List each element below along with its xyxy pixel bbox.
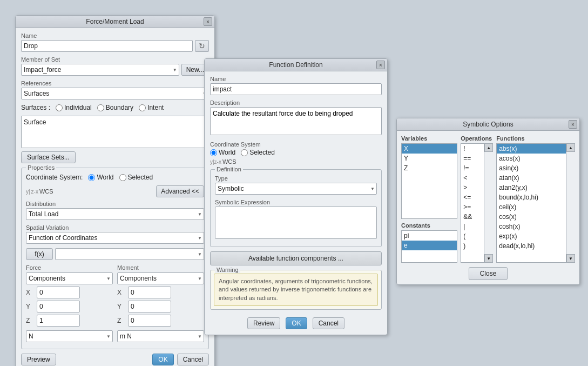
- op-rparen[interactable]: ): [461, 241, 484, 251]
- force-x-input[interactable]: [37, 287, 80, 298]
- definition-label: Definition: [215, 166, 243, 172]
- force-x-label: X: [26, 289, 33, 296]
- member-of-set-select[interactable]: Impact_force: [21, 64, 179, 76]
- func-selected-radio-label[interactable]: Selected: [241, 149, 275, 156]
- force-panel-title: Force/Moment Load: [86, 18, 144, 25]
- func-acos[interactable]: acos(x): [497, 154, 566, 163]
- func-abs[interactable]: abs(x): [497, 144, 566, 154]
- variables-list[interactable]: X Y Z: [401, 143, 457, 219]
- variable-y[interactable]: Y: [402, 154, 457, 163]
- func-name-input[interactable]: impact: [210, 83, 382, 95]
- op-gt[interactable]: >: [461, 183, 484, 192]
- func-ceil[interactable]: ceil(x): [497, 202, 566, 212]
- func-desc-label: Description: [210, 99, 382, 106]
- function-panel-title: Function Definition: [269, 61, 322, 69]
- functions-list[interactable]: abs(x) acos(x) asin(x) atan(x) atan2(y,x…: [496, 143, 566, 263]
- preview-button[interactable]: Preview: [21, 354, 56, 365]
- func-ok-button[interactable]: OK: [286, 317, 307, 329]
- name-input[interactable]: Drop: [21, 40, 193, 52]
- refresh-button[interactable]: ↻: [195, 40, 209, 52]
- constant-e[interactable]: e: [402, 241, 457, 250]
- selected-radio-label[interactable]: Selected: [119, 174, 153, 181]
- op-gte[interactable]: >=: [461, 202, 484, 212]
- advanced-button[interactable]: Advanced <<: [156, 185, 204, 197]
- type-select[interactable]: Symbolic: [215, 183, 377, 195]
- references-select[interactable]: Surfaces: [21, 88, 209, 99]
- constant-pi[interactable]: pi: [402, 231, 457, 241]
- func-selected-radio[interactable]: [241, 149, 248, 156]
- constants-label: Constants: [401, 222, 457, 229]
- function-panel-close[interactable]: ×: [376, 61, 385, 69]
- force-z-label: Z: [26, 317, 33, 324]
- surface-text: Surface: [24, 118, 46, 126]
- intent-radio[interactable]: [139, 104, 146, 111]
- func-wcs-label: y|z-x WCS: [210, 158, 382, 165]
- moment-x-input[interactable]: [128, 287, 171, 298]
- moment-unit-select[interactable]: m N: [117, 330, 204, 342]
- ops-scroll-down[interactable]: ▼: [484, 254, 493, 263]
- properties-label: Properties: [26, 164, 56, 171]
- surface-sets-button[interactable]: Surface Sets...: [21, 151, 76, 163]
- op-lparen[interactable]: (: [461, 231, 484, 241]
- symbolic-panel-close[interactable]: ×: [569, 120, 577, 129]
- function-definition-panel: Function Definition × Name impact Descri…: [204, 58, 388, 335]
- force-ok-button[interactable]: OK: [152, 354, 173, 365]
- op-or[interactable]: |: [461, 222, 484, 231]
- boundary-radio-label[interactable]: Boundary: [97, 104, 133, 111]
- type-label: Type: [215, 175, 377, 182]
- op-eq[interactable]: ==: [461, 154, 484, 163]
- surfaces-label: Surfaces :: [21, 104, 50, 111]
- force-z-input[interactable]: [37, 315, 80, 327]
- moment-z-input[interactable]: [128, 315, 171, 327]
- symbolic-close-button[interactable]: Close: [469, 267, 508, 280]
- force-type-select[interactable]: Components: [26, 272, 113, 284]
- variable-x[interactable]: X: [402, 144, 457, 154]
- funcs-scroll-down[interactable]: ▼: [566, 254, 575, 263]
- distribution-select[interactable]: Total Load: [26, 208, 204, 220]
- moment-y-input[interactable]: [128, 301, 171, 312]
- func-bound[interactable]: bound(x,lo,hi): [497, 192, 566, 202]
- boundary-radio[interactable]: [97, 104, 104, 111]
- op-not[interactable]: !: [461, 144, 484, 154]
- func-cos[interactable]: cos(x): [497, 212, 566, 222]
- ops-scroll-up[interactable]: ▲: [484, 143, 493, 152]
- symbolic-expr-area[interactable]: [215, 207, 377, 239]
- avail-components-button[interactable]: Available function components ...: [210, 251, 382, 265]
- spatial-variation-select[interactable]: Function of Coordinates: [26, 232, 204, 244]
- func-desc-textarea[interactable]: Calculate the resultant force due to bei…: [210, 107, 382, 135]
- moment-type-select[interactable]: Components: [117, 272, 204, 284]
- func-coord-label: Coordinate System: [210, 141, 382, 148]
- individual-radio[interactable]: [56, 104, 63, 111]
- intent-radio-label[interactable]: Intent: [139, 104, 164, 111]
- op-neq[interactable]: !=: [461, 163, 484, 173]
- selected-radio[interactable]: [119, 174, 126, 181]
- func-atan2[interactable]: atan2(y,x): [497, 183, 566, 192]
- func-world-radio-label[interactable]: World: [210, 149, 235, 156]
- review-button[interactable]: Review: [247, 317, 280, 329]
- individual-radio-label[interactable]: Individual: [56, 104, 92, 111]
- force-cancel-button[interactable]: Cancel: [177, 354, 209, 365]
- op-and[interactable]: &&: [461, 212, 484, 222]
- op-lte[interactable]: <=: [461, 192, 484, 202]
- func-world-radio[interactable]: [210, 149, 217, 156]
- constants-list[interactable]: pi e: [401, 230, 457, 263]
- fx-button[interactable]: f(x): [26, 248, 53, 260]
- variable-z[interactable]: Z: [402, 163, 457, 173]
- func-cancel-button[interactable]: Cancel: [313, 317, 344, 329]
- symbolic-expr-label: Symbolic Expression: [215, 199, 377, 205]
- force-y-input[interactable]: [37, 301, 80, 312]
- func-exp[interactable]: exp(x): [497, 231, 566, 241]
- func-cosh[interactable]: cosh(x): [497, 222, 566, 231]
- op-lt[interactable]: <: [461, 173, 484, 183]
- func-atan[interactable]: atan(x): [497, 173, 566, 183]
- funcs-scroll-up[interactable]: ▲: [566, 143, 575, 152]
- fx-select[interactable]: [55, 248, 204, 260]
- force-unit-select[interactable]: N: [26, 330, 113, 342]
- func-asin[interactable]: asin(x): [497, 163, 566, 173]
- operations-list[interactable]: ! == != < > <= >= && | ( ): [461, 143, 484, 263]
- operations-label: Operations: [461, 135, 493, 142]
- world-radio[interactable]: [88, 174, 95, 181]
- force-panel-close[interactable]: ×: [204, 17, 212, 26]
- func-dead[interactable]: dead(x,lo,hi): [497, 241, 566, 251]
- world-radio-label[interactable]: World: [88, 174, 113, 181]
